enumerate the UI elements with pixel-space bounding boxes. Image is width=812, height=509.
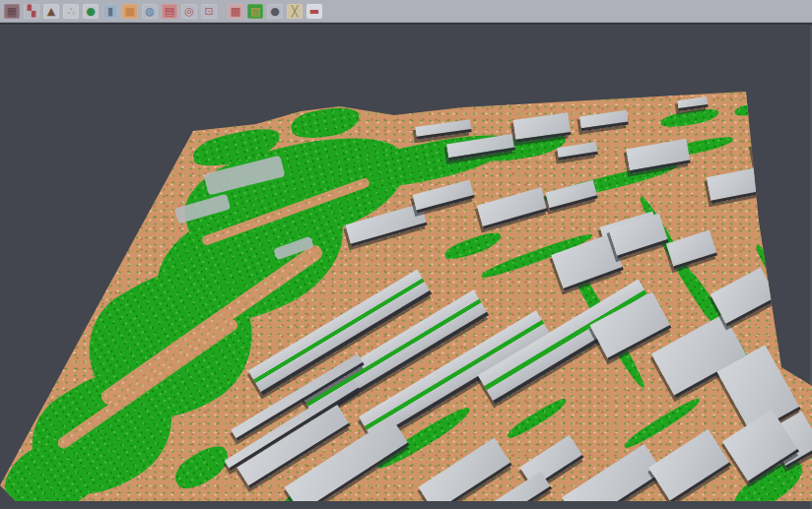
classified-cloud-icon-glyph: ▧ bbox=[250, 4, 260, 19]
vegetation-icon[interactable]: ● bbox=[83, 4, 99, 19]
grid-icon[interactable]: ▩ bbox=[228, 4, 243, 19]
vegetation-patch bbox=[659, 106, 720, 130]
profile-icon[interactable]: ▮ bbox=[102, 4, 118, 19]
grid-icon-glyph: ▩ bbox=[231, 4, 240, 19]
selection-box-icon[interactable]: ⊡ bbox=[201, 4, 217, 19]
vegetation-patch bbox=[733, 98, 783, 119]
selection-box-icon-glyph: ⊡ bbox=[204, 4, 213, 19]
target-icon-glyph: ◎ bbox=[184, 4, 194, 19]
target-icon[interactable]: ◎ bbox=[181, 4, 197, 19]
point-cloud[interactable] bbox=[0, 0, 812, 509]
building-roof bbox=[557, 142, 598, 160]
sphere-icon[interactable]: ● bbox=[267, 4, 283, 19]
ground-class-icon-glyph: ■ bbox=[125, 4, 135, 19]
building-roof bbox=[751, 139, 783, 164]
building-roof bbox=[413, 180, 475, 214]
sphere-icon-glyph: ● bbox=[270, 4, 280, 19]
layers-icon[interactable]: ▤ bbox=[162, 4, 177, 19]
building-roof bbox=[666, 230, 717, 270]
vegetation-icon-glyph: ● bbox=[86, 4, 96, 19]
remove-cross-icon-glyph: ╳ bbox=[292, 4, 299, 19]
flag-icon-glyph: ▬ bbox=[309, 4, 319, 19]
building-roof bbox=[609, 213, 669, 258]
globe-icon[interactable]: ◍ bbox=[142, 4, 158, 19]
vegetation-patch bbox=[442, 228, 504, 264]
vegetation-patch bbox=[505, 395, 570, 441]
terrain-icon-glyph: ▲ bbox=[47, 4, 55, 19]
classified-cloud-icon[interactable]: ▧ bbox=[247, 4, 263, 19]
layers-icon-glyph: ▤ bbox=[165, 4, 174, 19]
dataset-icon-glyph: ▦ bbox=[7, 4, 17, 19]
building-roof bbox=[648, 429, 731, 503]
profile-icon-glyph: ▮ bbox=[107, 4, 113, 19]
building-roof bbox=[579, 110, 629, 132]
classify-points-icon-glyph: ▚ bbox=[28, 4, 35, 19]
building-roof bbox=[707, 167, 762, 203]
point-cloud-icon-glyph: ∴ bbox=[68, 4, 75, 19]
vegetation-patch bbox=[169, 439, 236, 496]
3d-viewport[interactable] bbox=[0, 26, 812, 509]
vegetation-patch bbox=[289, 103, 362, 143]
remove-cross-icon[interactable]: ╳ bbox=[287, 4, 303, 19]
building-roof bbox=[626, 139, 690, 173]
terrain-icon[interactable]: ▲ bbox=[43, 4, 59, 19]
classify-points-icon[interactable]: ▚ bbox=[24, 4, 39, 19]
dataset-icon[interactable]: ▦ bbox=[4, 4, 20, 19]
point-cloud-icon[interactable]: ∴ bbox=[63, 4, 79, 19]
globe-icon-glyph: ◍ bbox=[145, 4, 155, 19]
building-roof bbox=[477, 187, 548, 229]
flag-icon[interactable]: ▬ bbox=[306, 4, 322, 19]
app-window: { "colors": { "viewport_bg": "#43464e", … bbox=[0, 0, 812, 509]
building-roof bbox=[545, 180, 597, 211]
main-toolbar: ▦▚▲∴●▮■◍▤◎⊡▩▧●╳▬ bbox=[0, 0, 812, 23]
ground-class-icon[interactable]: ■ bbox=[122, 4, 138, 19]
